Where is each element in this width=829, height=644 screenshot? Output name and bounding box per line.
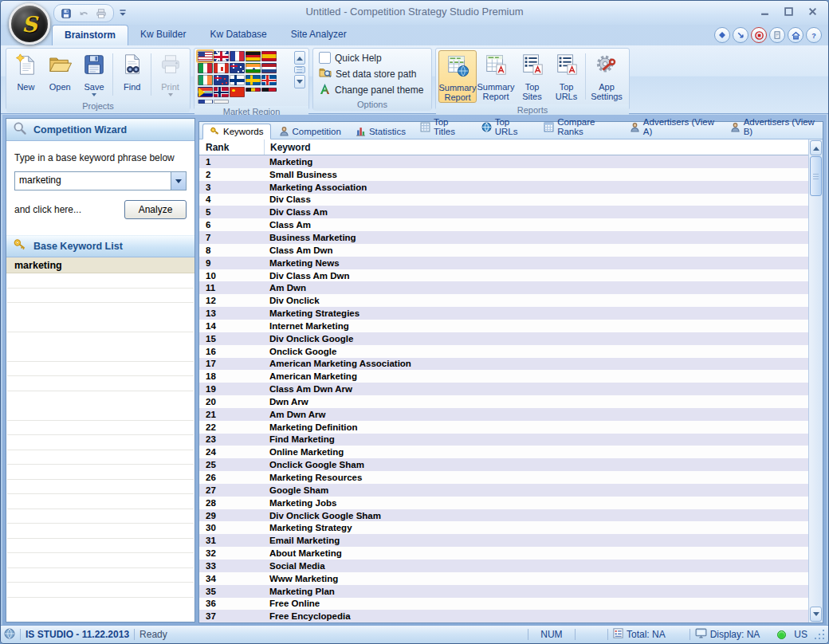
column-header-rank[interactable]: Rank: [199, 139, 265, 155]
table-row[interactable]: 17American Marketing Association: [199, 358, 809, 371]
flag-partial-de[interactable]: [261, 88, 277, 92]
view-tab-compare-ranks[interactable]: Compare Ranks: [537, 116, 622, 139]
table-row[interactable]: 15Div Onclick Google: [199, 332, 809, 345]
flag-gb[interactable]: [214, 51, 229, 61]
table-row[interactable]: 33Social Media: [199, 560, 809, 572]
flag-za[interactable]: [198, 87, 213, 97]
table-row[interactable]: 26Marketing Resources: [199, 471, 809, 484]
view-tab-keywords[interactable]: Keywords: [202, 124, 271, 139]
view-tab-top-urls[interactable]: Top URLs: [475, 116, 536, 139]
application-menu-orb[interactable]: S: [9, 3, 50, 45]
view-tab-statistics[interactable]: Statistics: [349, 124, 412, 139]
flag-de[interactable]: [246, 51, 261, 61]
column-header-keyword[interactable]: Keyword: [265, 142, 809, 153]
table-row[interactable]: 8Class Am Dwn: [199, 244, 809, 257]
table-row[interactable]: 1Marketing: [199, 155, 809, 168]
scroll-thumb[interactable]: [810, 156, 822, 196]
flag-nz[interactable]: [214, 75, 229, 85]
view-tab-advertisers-view-b[interactable]: Advertisers (View B): [724, 116, 823, 139]
table-row[interactable]: 37Free Encyclopedia: [199, 610, 809, 622]
table-row[interactable]: 30Marketing Strategy: [199, 521, 809, 534]
table-row[interactable]: 32About Marketing: [199, 547, 809, 560]
maximize-button[interactable]: [780, 5, 796, 18]
table-row[interactable]: 3Marketing Association: [199, 181, 809, 194]
table-row[interactable]: 24Online Marketing: [199, 446, 809, 458]
print-icon[interactable]: [94, 6, 108, 21]
flag-in[interactable]: [246, 63, 261, 73]
table-row[interactable]: 13Marketing Strategies: [199, 307, 809, 320]
table-row[interactable]: 7Business Marketing: [199, 231, 809, 244]
table-row[interactable]: 35Marketing Plan: [199, 585, 809, 598]
app-settings-button[interactable]: App Settings: [587, 50, 626, 101]
flag-cn[interactable]: [230, 87, 245, 97]
table-row[interactable]: 6Class Am: [199, 218, 809, 231]
flag-partial-be[interactable]: [246, 88, 261, 92]
ribbon-tab-kw-database[interactable]: Kw Database: [198, 25, 278, 45]
keyword-value[interactable]: marketing: [15, 172, 171, 190]
chevron-down-icon[interactable]: [171, 172, 186, 190]
scroll-up-icon[interactable]: [810, 140, 822, 155]
find-button[interactable]: Find: [115, 50, 149, 92]
flag-partial-pl[interactable]: [214, 100, 229, 104]
table-row[interactable]: 27Google Sham: [199, 484, 809, 497]
view-tab-competition[interactable]: Competition: [273, 124, 348, 139]
table-row[interactable]: 16Onclick Google: [199, 345, 809, 358]
table-row[interactable]: 22Marketing Definition: [199, 421, 809, 434]
record-cube-button[interactable]: [751, 27, 767, 43]
change-panel-theme-button[interactable]: Change panel theme: [316, 82, 429, 97]
flag-nl[interactable]: [261, 63, 277, 73]
jump-arrow-button[interactable]: [733, 27, 748, 43]
save-button[interactable]: Save: [77, 50, 112, 99]
table-row[interactable]: 18American Marketing: [199, 370, 809, 383]
table-row[interactable]: 9Marketing News: [199, 257, 809, 269]
table-row[interactable]: 11Am Dwn: [199, 281, 809, 294]
save-icon[interactable]: [59, 6, 73, 21]
document-button[interactable]: [769, 27, 785, 43]
ribbon-tab-brainstorm[interactable]: Brainstorm: [52, 25, 128, 45]
table-row[interactable]: 21Am Dwn Arw: [199, 408, 809, 421]
flag-scroll-thumb[interactable]: [294, 66, 305, 73]
table-row[interactable]: 28Marketing Jobs: [199, 497, 809, 509]
scroll-track[interactable]: [809, 196, 823, 606]
set-data-store-path-button[interactable]: Set data store path: [316, 66, 429, 81]
close-button[interactable]: [804, 5, 820, 18]
table-row[interactable]: 23Find Marketing: [199, 434, 809, 446]
flag-es[interactable]: [261, 51, 277, 61]
view-tab-advertisers-view-a[interactable]: Advertisers (View A): [623, 116, 722, 139]
top-sites-button[interactable]: Top Sites: [515, 50, 549, 101]
flag-se[interactable]: [246, 75, 261, 85]
flag-scroll-up-icon[interactable]: [294, 51, 305, 65]
table-row[interactable]: 29Div Onclick Google Sham: [199, 509, 809, 522]
print-button[interactable]: Print: [153, 50, 187, 99]
top-urls-button[interactable]: Top URLs: [549, 50, 583, 101]
ribbon-tab-site-analyzer[interactable]: Site Analyzer: [279, 25, 359, 45]
flag-it[interactable]: [198, 63, 213, 73]
table-row[interactable]: 14Internet Marketing: [199, 320, 809, 332]
flag-ie[interactable]: [198, 75, 213, 85]
open-button[interactable]: Open: [43, 50, 77, 92]
flag-partial-ru[interactable]: [198, 100, 213, 104]
keyword-list-item-selected[interactable]: marketing: [6, 257, 194, 273]
ribbon-tab-kw-builder[interactable]: Kw Builder: [128, 25, 198, 45]
quick-help-checkbox[interactable]: Quick Help: [316, 50, 429, 65]
table-row[interactable]: 12Div Onclick: [199, 294, 809, 307]
keyword-combobox[interactable]: marketing: [14, 171, 187, 190]
flag-ca[interactable]: [214, 63, 229, 73]
table-row[interactable]: 34Www Marketing: [199, 572, 809, 585]
table-row[interactable]: 31Email Marketing: [199, 534, 809, 547]
flag-no[interactable]: [214, 87, 229, 97]
flag-fi[interactable]: [230, 75, 245, 85]
minimize-button[interactable]: [756, 5, 772, 18]
flag-us[interactable]: [198, 51, 213, 61]
flag-scroll-down-icon[interactable]: [294, 75, 305, 88]
analyze-button[interactable]: Analyze: [124, 200, 187, 219]
flag-is[interactable]: [261, 75, 277, 85]
checkbox-icon[interactable]: [319, 52, 331, 64]
qat-customize-icon[interactable]: [119, 6, 128, 18]
table-row[interactable]: 20Dwn Arw: [199, 395, 809, 408]
book-button[interactable]: [714, 27, 730, 43]
view-tab-top-titles[interactable]: Top Titles: [414, 116, 473, 139]
home-button[interactable]: [788, 27, 803, 43]
undo-icon[interactable]: [77, 6, 91, 21]
flag-au[interactable]: [230, 63, 245, 73]
